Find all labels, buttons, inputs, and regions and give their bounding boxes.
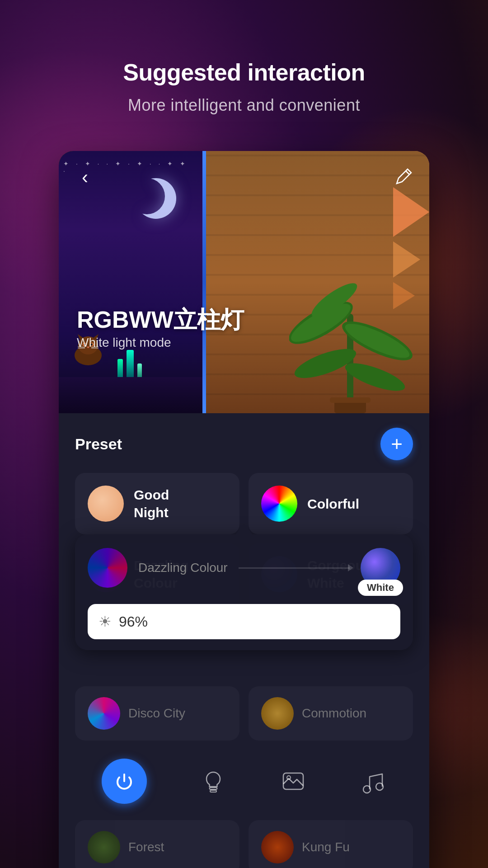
disco-icon: [88, 697, 120, 730]
music-icon: [360, 768, 387, 795]
preset-card-disco[interactable]: Disco City: [75, 686, 239, 741]
back-icon: ‹: [82, 168, 88, 187]
hero-area: ‹ RGBWW立柱灯 White light mode: [59, 151, 429, 413]
scene-icon: [280, 768, 307, 795]
device-title: RGBWW立柱灯: [77, 307, 244, 333]
bottom-panel: Preset + GoodNight Colorful: [59, 413, 429, 605]
bottom-navigation: [59, 750, 429, 820]
colorful-label: Colorful: [307, 495, 359, 513]
brightness-value: 96%: [119, 613, 148, 630]
good-night-label: GoodNight: [134, 486, 169, 521]
preset-popup: Dazzling Colour White ☀: [75, 534, 413, 650]
nav-scene[interactable]: [280, 768, 307, 795]
preset-card-colorful[interactable]: Colorful: [249, 473, 413, 534]
brightness-row[interactable]: ☀ 96%: [88, 604, 400, 639]
commotion-label: Commotion: [302, 706, 366, 721]
nav-light[interactable]: [200, 768, 227, 795]
power-icon: [113, 770, 136, 793]
preset-card-forest[interactable]: Forest: [75, 820, 239, 868]
add-preset-button[interactable]: +: [380, 428, 413, 460]
white-badge: White: [358, 580, 403, 596]
kungfu-icon: [261, 831, 294, 863]
colorful-icon: [261, 486, 297, 522]
nav-music[interactable]: [360, 768, 387, 795]
moon-decoration: [136, 178, 176, 219]
nav-power[interactable]: [102, 759, 147, 804]
edit-button[interactable]: [389, 164, 417, 191]
disco-label: Disco City: [128, 706, 185, 721]
ground: [59, 377, 203, 413]
device-name-area: RGBWW立柱灯 White light mode: [77, 307, 244, 350]
page-title: Suggested interaction: [123, 59, 365, 86]
popup-content-row: Dazzling Colour White: [88, 548, 400, 588]
page-content: Suggested interaction More intelligent a…: [0, 0, 488, 868]
brightness-sun-icon: ☀: [99, 613, 112, 630]
preset-card-commotion[interactable]: Commotion: [249, 686, 413, 741]
svg-rect-23: [209, 788, 217, 789]
popup-dazzling-icon: [88, 548, 127, 588]
back-button[interactable]: ‹: [71, 164, 99, 191]
preset-card-good-night[interactable]: GoodNight: [75, 473, 239, 534]
panel-divider: [202, 151, 206, 413]
good-night-icon: [88, 486, 124, 522]
add-icon: +: [391, 434, 403, 454]
edit-icon: [393, 167, 413, 187]
partial-row-2: Forest Kung Fu: [59, 820, 429, 868]
power-button[interactable]: [102, 759, 147, 804]
popup-gorgeous-area: White: [361, 548, 400, 588]
forest-icon: [88, 831, 120, 863]
kungfu-label: Kung Fu: [302, 840, 350, 854]
popup-arrow: [235, 524, 253, 535]
svg-rect-22: [330, 397, 371, 403]
partial-grid-1: Disco City Commotion: [75, 686, 413, 741]
preset-card-kungfu[interactable]: Kung Fu: [249, 820, 413, 868]
forest-label: Forest: [128, 840, 164, 854]
partial-grid-2: Forest Kung Fu: [75, 820, 413, 868]
page-subtitle: More intelligent and convenient: [128, 96, 360, 115]
preset-header: Preset +: [75, 428, 413, 460]
device-mode: White light mode: [77, 335, 244, 350]
popup-dazzling-label: Dazzling Colour: [138, 561, 228, 575]
commotion-icon: [261, 697, 294, 730]
main-card: ‹ RGBWW立柱灯 White light mode Preset: [59, 151, 429, 868]
preset-row2-wrapper: DazzlingColour GorgeousWhite: [75, 543, 413, 605]
popup-divider: [239, 567, 350, 569]
svg-rect-24: [210, 790, 216, 792]
light-icon: [200, 768, 227, 795]
plant-illustration: [289, 223, 416, 413]
preset-label: Preset: [75, 435, 122, 453]
